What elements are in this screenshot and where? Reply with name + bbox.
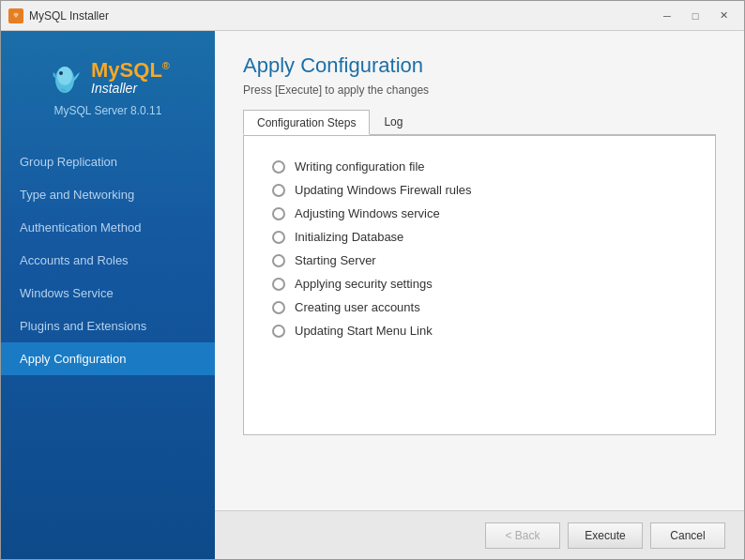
logo-text: MySQL® Installer [91,60,170,96]
sidebar-item-type-networking[interactable]: Type and Networking [1,178,215,211]
step-radio-adjust-service [272,207,285,220]
sidebar-item-windows-service[interactable]: Windows Service [1,277,215,310]
step-write-config: Writing configuration file [272,155,696,178]
sidebar-item-apply-configuration[interactable]: Apply Configuration [1,342,215,375]
installer-brand: Installer [91,81,170,96]
server-version: MySQL Server 8.0.11 [54,104,162,117]
sidebar-item-auth-method[interactable]: Authentication Method [1,211,215,244]
mysql-logo: MySQL® Installer [46,59,170,97]
step-label-update-menu: Updating Start Menu Link [295,324,433,338]
step-radio-update-menu [272,325,285,338]
step-start-server: Starting Server [272,249,696,272]
step-label-apply-security: Applying security settings [295,277,433,291]
maximize-button[interactable]: □ [682,7,708,25]
svg-point-3 [59,71,63,75]
window-controls: ─ □ ✕ [654,7,737,25]
step-label-init-database: Initializing Database [295,230,403,244]
window-title: MySQL Installer [29,9,654,23]
panel-body: Apply Configuration Press [Execute] to a… [215,31,744,510]
execute-button[interactable]: Execute [568,522,643,549]
back-button[interactable]: < Back [485,522,560,549]
step-create-users: Creating user accounts [272,295,696,319]
cancel-button[interactable]: Cancel [650,522,725,549]
step-update-menu: Updating Start Menu Link [272,319,696,342]
title-bar: MySQL Installer ─ □ ✕ [1,1,744,31]
step-radio-update-firewall [272,184,285,197]
page-subtitle: Press [Execute] to apply the changes [243,83,716,97]
step-label-update-firewall: Updating Windows Firewall rules [295,183,472,197]
close-button[interactable]: ✕ [710,7,737,25]
main-window: MySQL Installer ─ □ ✕ [0,0,745,560]
tab-configuration-steps[interactable]: Configuration Steps [243,110,370,135]
tab-log[interactable]: Log [370,110,417,134]
tabs-bar: Configuration Steps Log [243,110,716,135]
step-radio-apply-security [272,278,285,291]
step-label-start-server: Starting Server [295,253,376,267]
dolphin-icon [46,59,84,97]
main-content: MySQL® Installer MySQL Server 8.0.11 Gro… [1,31,744,559]
step-radio-start-server [272,254,285,267]
footer: < Back Execute Cancel [215,510,744,559]
step-update-firewall: Updating Windows Firewall rules [272,178,696,202]
step-label-write-config: Writing configuration file [295,159,425,174]
step-label-adjust-service: Adjusting Windows service [295,206,440,220]
svg-point-2 [57,67,72,85]
app-icon [8,8,23,23]
step-radio-create-users [272,301,285,314]
step-radio-init-database [272,231,285,244]
sidebar-item-plugins-extensions[interactable]: Plugins and Extensions [1,310,215,342]
page-title: Apply Configuration [243,53,716,78]
step-apply-security: Applying security settings [272,272,696,295]
sidebar-logo: MySQL® Installer MySQL Server 8.0.11 [1,50,215,145]
mysql-brand: MySQL® [91,60,170,81]
step-init-database: Initializing Database [272,225,696,249]
minimize-button[interactable]: ─ [654,7,680,25]
right-panel: Apply Configuration Press [Execute] to a… [215,31,744,559]
sidebar-item-accounts-roles[interactable]: Accounts and Roles [1,244,215,277]
step-radio-write-config [272,160,285,174]
steps-container: Writing configuration file Updating Wind… [243,135,716,435]
step-adjust-service: Adjusting Windows service [272,202,696,225]
step-label-create-users: Creating user accounts [295,300,420,314]
sidebar-item-group-replication[interactable]: Group Replication [1,145,215,178]
sidebar: MySQL® Installer MySQL Server 8.0.11 Gro… [1,31,215,559]
